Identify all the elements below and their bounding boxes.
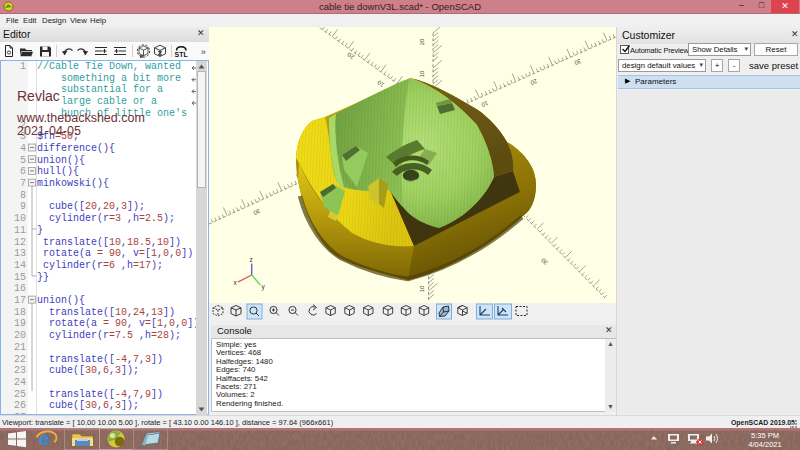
svg-text:10: 10 [419, 70, 425, 77]
svg-text:»: » [201, 47, 206, 57]
svg-text:»: » [140, 53, 144, 60]
svg-text:10: 10 [419, 285, 425, 292]
svg-text:20: 20 [419, 38, 425, 45]
svg-text:STL: STL [175, 51, 189, 58]
svg-text:z: z [250, 256, 253, 263]
